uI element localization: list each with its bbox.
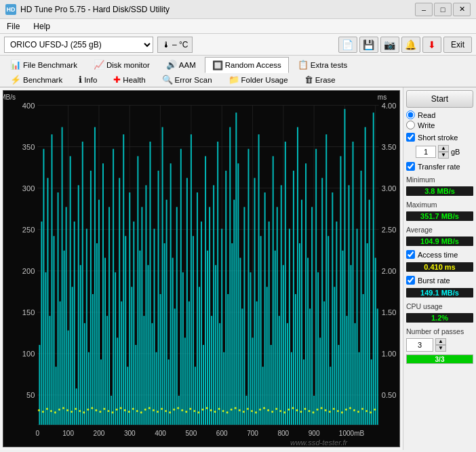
- tab-random-access[interactable]: 🔲 Random Access: [205, 57, 289, 73]
- svg-rect-99: [139, 251, 140, 425]
- tab-row-2: ⚡ Benchmark ℹ Info ✚ Health 🔍 Error Scan…: [0, 71, 476, 87]
- passes-input[interactable]: [406, 338, 433, 352]
- tab-aam[interactable]: 🔊 AAM: [159, 57, 203, 72]
- toolbar-icon-2[interactable]: 💾: [359, 37, 378, 53]
- file-benchmark-icon: 📊: [10, 60, 21, 70]
- tab-info[interactable]: ℹ Info: [71, 72, 104, 87]
- health-icon: ✚: [113, 75, 121, 85]
- stepper-up[interactable]: ▲: [438, 145, 449, 152]
- tab-health[interactable]: ✚ Health: [106, 72, 153, 87]
- short-stroke-checkbox-label[interactable]: Short stroke: [406, 133, 473, 142]
- passes-stepper-down[interactable]: ▼: [435, 345, 446, 352]
- toolbar: ORICO UFSD-J (255 gB) 🌡 – °C 📄 💾 📷 🔔 ⬇ E…: [0, 34, 476, 56]
- read-radio[interactable]: [406, 110, 415, 119]
- passes-stepper-up[interactable]: ▲: [435, 338, 446, 345]
- svg-point-225: [75, 408, 77, 410]
- menu-file[interactable]: File: [3, 21, 24, 32]
- passes-stepper[interactable]: ▲ ▼: [435, 338, 446, 352]
- transfer-rate-checkbox-label[interactable]: Transfer rate: [406, 162, 473, 171]
- svg-point-278: [292, 407, 294, 409]
- toolbar-icon-5[interactable]: ⬇: [422, 37, 441, 53]
- close-button[interactable]: ✕: [453, 3, 471, 16]
- svg-point-229: [91, 407, 93, 409]
- write-radio-label[interactable]: Write: [406, 121, 473, 129]
- access-time-checkbox-label[interactable]: Access time: [406, 250, 473, 259]
- svg-rect-105: [151, 323, 153, 425]
- read-label: Read: [418, 111, 435, 119]
- tab-folder-usage[interactable]: 📁 Folder Usage: [221, 72, 296, 87]
- svg-point-239: [132, 408, 134, 410]
- svg-rect-73: [86, 229, 87, 425]
- read-radio-label[interactable]: Read: [406, 110, 473, 119]
- tab-benchmark[interactable]: ⚡ Benchmark: [3, 72, 70, 87]
- menu-help[interactable]: Help: [29, 21, 54, 32]
- svg-rect-147: [237, 163, 239, 425]
- svg-rect-95: [131, 287, 132, 425]
- toolbar-icon-4[interactable]: 🔔: [401, 37, 420, 53]
- svg-rect-62: [64, 251, 65, 425]
- tab-file-benchmark[interactable]: 📊 File Benchmark: [3, 57, 85, 72]
- transfer-rate-checkbox[interactable]: [406, 162, 415, 171]
- tab-error-scan[interactable]: 🔍 Error Scan: [155, 72, 220, 87]
- svg-text:350: 350: [22, 142, 35, 150]
- svg-rect-206: [359, 352, 360, 425]
- svg-point-246: [161, 408, 163, 410]
- read-write-group: Read Write: [406, 110, 473, 129]
- chart-area: 400 350 300 250 200 150 100 50 MB/s 4.00…: [3, 90, 400, 447]
- write-radio[interactable]: [406, 121, 415, 129]
- svg-text:250: 250: [22, 226, 35, 234]
- tab-extra-tests-label: Extra tests: [311, 61, 347, 69]
- window-title: HD Tune Pro 5.75 - Hard Disk/SSD Utility: [20, 5, 170, 14]
- svg-point-276: [283, 411, 285, 413]
- minimize-button[interactable]: –: [415, 3, 433, 16]
- svg-point-279: [296, 409, 298, 411]
- svg-rect-111: [164, 243, 165, 425]
- maximize-button[interactable]: □: [434, 3, 452, 16]
- tab-erase[interactable]: 🗑 Erase: [297, 72, 343, 87]
- minimum-value: 3.8 MB/s: [406, 186, 473, 196]
- svg-rect-114: [170, 163, 172, 425]
- start-button[interactable]: Start: [406, 90, 473, 108]
- svg-point-294: [357, 411, 359, 413]
- svg-rect-69: [78, 185, 79, 425]
- svg-rect-139: [221, 229, 222, 425]
- access-time-label: Access time: [418, 251, 458, 259]
- drive-select[interactable]: ORICO UFSD-J (255 gB): [4, 37, 153, 53]
- svg-rect-94: [129, 192, 130, 425]
- svg-text:300: 300: [124, 430, 136, 437]
- stepper-down[interactable]: ▼: [438, 152, 449, 159]
- svg-rect-65: [70, 156, 71, 424]
- svg-point-286: [325, 409, 327, 411]
- burst-rate-checkbox-label[interactable]: Burst rate: [406, 276, 473, 285]
- toolbar-icon-3[interactable]: 📷: [380, 37, 399, 53]
- burst-rate-checkbox[interactable]: [406, 276, 415, 285]
- svg-rect-66: [72, 287, 73, 425]
- svg-rect-91: [123, 134, 124, 425]
- short-stroke-stepper[interactable]: ▲ ▼: [438, 145, 449, 159]
- tab-extra-tests[interactable]: 📋 Extra tests: [290, 57, 355, 72]
- exit-button[interactable]: Exit: [443, 37, 472, 53]
- svg-rect-170: [285, 142, 286, 425]
- svg-point-290: [341, 411, 343, 413]
- svg-rect-123: [189, 302, 190, 425]
- cpu-usage-label: CPU usage: [406, 302, 473, 310]
- toolbar-icon-1[interactable]: 📄: [338, 37, 357, 53]
- svg-rect-59: [58, 192, 59, 425]
- title-bar: HD HD Tune Pro 5.75 - Hard Disk/SSD Util…: [0, 0, 476, 19]
- svg-rect-182: [309, 308, 311, 424]
- svg-rect-92: [125, 236, 126, 425]
- short-stroke-checkbox[interactable]: [406, 133, 415, 142]
- svg-point-298: [374, 409, 376, 411]
- access-time-checkbox[interactable]: [406, 250, 415, 259]
- short-stroke-input[interactable]: [416, 146, 436, 158]
- svg-rect-119: [180, 149, 182, 425]
- svg-text:0.50: 0.50: [382, 391, 397, 399]
- svg-point-275: [279, 410, 281, 412]
- svg-rect-58: [56, 367, 57, 425]
- tab-row-1: 📊 File Benchmark 📈 Disk monitor 🔊 AAM 🔲 …: [0, 56, 476, 72]
- svg-rect-195: [336, 222, 337, 425]
- svg-point-251: [181, 409, 183, 411]
- svg-rect-200: [346, 316, 347, 425]
- tab-disk-monitor[interactable]: 📈 Disk monitor: [86, 57, 157, 72]
- svg-rect-134: [211, 316, 212, 425]
